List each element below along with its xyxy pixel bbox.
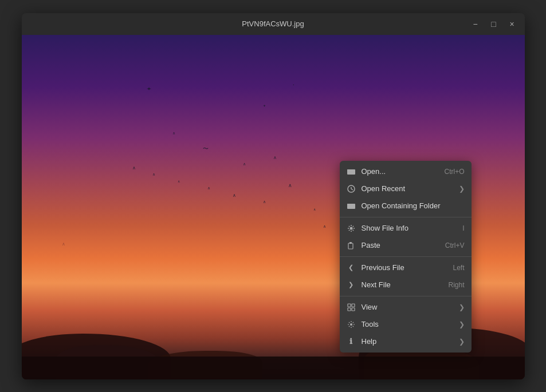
image-viewer[interactable]: ✦ ✦ 〜 ∧ ∧ ∧ ∧ ∧ ∧ ∧ ∧ ∧ ∧ ∧ ∧ ∧ ∧ • [22, 35, 525, 379]
menu-item-view[interactable]: View ❯ [340, 299, 472, 316]
prev-file-shortcut: Left [453, 264, 464, 272]
bird-decoration: ✦ [146, 86, 152, 92]
svg-rect-9 [349, 242, 352, 244]
next-file-shortcut: Right [448, 281, 464, 289]
horizon [22, 357, 525, 379]
svg-point-7 [349, 227, 352, 229]
svg-rect-11 [352, 304, 355, 307]
menu-item-prev-file[interactable]: ❮ Previous File Left [340, 259, 472, 276]
file-info-shortcut: I [462, 224, 464, 232]
bird-decoration: ∧ [313, 207, 316, 211]
paste-label: Paste [362, 241, 439, 250]
bird-decoration: ∧ [323, 224, 326, 229]
tools-arrow: ❯ [459, 320, 465, 328]
separator-1 [340, 217, 472, 217]
help-icon: ℹ [347, 337, 356, 346]
svg-rect-10 [348, 304, 351, 307]
menu-item-open[interactable]: Open... Ctrl+O [340, 163, 472, 180]
bird-decoration: ∧ [263, 200, 266, 204]
menu-item-open-recent[interactable]: Open Recent ❯ [340, 180, 472, 197]
bird-decoration: ∧ [172, 131, 175, 136]
folder2-icon [347, 201, 356, 211]
open-recent-arrow: ❯ [459, 185, 465, 193]
bird-decoration: ✦ [263, 104, 266, 108]
svg-point-14 [350, 323, 352, 326]
menu-item-tools[interactable]: Tools ❯ [340, 316, 472, 333]
view-arrow: ❯ [459, 303, 465, 311]
clock-icon [347, 184, 356, 193]
paste-shortcut: Ctrl+V [445, 241, 465, 250]
bird-decoration: ∧ [132, 165, 136, 171]
bird-decoration: ∧ [233, 193, 236, 198]
window-title: PtVN9fACsWU.jpg [242, 19, 304, 28]
window-controls: − □ × [468, 16, 520, 32]
bird-decoration: ∧ [178, 179, 180, 183]
svg-rect-13 [352, 308, 355, 311]
next-file-icon: ❯ [347, 280, 356, 290]
open-folder-label: Open Containing Folder [362, 201, 465, 210]
menu-item-help[interactable]: ℹ Help ❯ [340, 333, 472, 350]
prev-file-icon: ❮ [347, 263, 356, 272]
next-file-label: Next File [362, 280, 443, 289]
separator-2 [340, 256, 472, 257]
bird-decoration: ∧ [207, 186, 210, 191]
svg-rect-8 [348, 243, 353, 249]
tools-icon [347, 320, 356, 329]
open-shortcut: Ctrl+O [444, 168, 464, 176]
prev-file-label: Previous File [362, 263, 447, 272]
menu-item-next-file[interactable]: ❯ Next File Right [340, 276, 472, 294]
bird-decoration: ∧ [273, 155, 277, 160]
close-button[interactable]: × [504, 16, 520, 32]
paste-icon [347, 241, 356, 250]
gear-icon [347, 224, 356, 233]
view-icon [347, 303, 356, 312]
file-info-label: Show File Info [362, 224, 457, 232]
help-arrow: ❯ [459, 338, 465, 346]
menu-item-paste[interactable]: Paste Ctrl+V [340, 237, 472, 254]
context-menu: Open... Ctrl+O Open Recent ❯ [340, 161, 472, 353]
bird-decoration: • [293, 83, 294, 86]
help-label: Help [362, 337, 453, 346]
bird-decoration: ∧ [288, 183, 292, 188]
menu-item-file-info[interactable]: Show File Info I [340, 220, 472, 237]
tools-label: Tools [362, 320, 453, 328]
maximize-button[interactable]: □ [486, 16, 502, 32]
separator-3 [340, 296, 472, 296]
bird-decoration: ∧ [152, 172, 155, 177]
main-window: PtVN9fACsWU.jpg − □ × ✦ ✦ 〜 ∧ ∧ ∧ ∧ ∧ ∧ … [22, 13, 525, 379]
folder-icon [347, 167, 356, 176]
open-recent-label: Open Recent [362, 184, 453, 193]
bird-decoration: ∧ [243, 162, 246, 167]
view-label: View [362, 303, 453, 311]
svg-rect-1 [347, 169, 351, 171]
open-label: Open... [362, 167, 439, 176]
bird-decoration: 〜 [203, 145, 209, 153]
svg-line-4 [351, 189, 353, 190]
menu-item-open-folder[interactable]: Open Containing Folder [340, 197, 472, 215]
svg-rect-6 [347, 204, 351, 205]
minimize-button[interactable]: − [468, 16, 484, 32]
bird-decoration: ∧ [62, 241, 65, 247]
titlebar: PtVN9fACsWU.jpg − □ × [22, 13, 525, 35]
svg-rect-12 [348, 308, 351, 311]
